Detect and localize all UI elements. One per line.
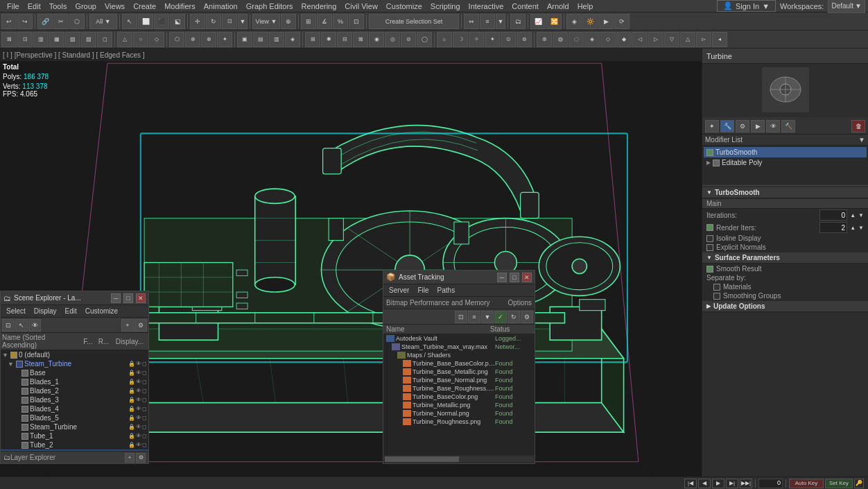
se-row-tube1[interactable]: Tube_1 🔒 👁 ◻ — [1, 431, 148, 440]
tb2-sel2[interactable]: ▤ — [253, 32, 268, 47]
layer-explorer-button[interactable]: 🗂 Layer Explorer + ⚙ — [1, 451, 148, 463]
menu-create[interactable]: Create — [129, 0, 160, 12]
region-mode-button[interactable]: ⬛ — [154, 14, 169, 29]
asset-tracking-titlebar[interactable]: 📦 Asset Tracking ─ □ ✕ — [383, 271, 535, 284]
render-iters-checkbox[interactable] — [706, 224, 713, 231]
tb2-sel1[interactable]: ▣ — [237, 32, 252, 47]
scene-explorer-content[interactable]: ▼ 0 (default) ▼ Steam_Turbine 🔒 👁 ◻ — [1, 350, 148, 463]
tb2-btn1[interactable]: ⊠ — [1, 32, 17, 47]
se-menu-customize[interactable]: Customize — [81, 307, 122, 315]
tb2-shape1[interactable]: △ — [117, 32, 132, 47]
sign-in-button[interactable]: 👤 Sign In ▼ — [717, 0, 776, 12]
render-setup[interactable]: 🔆 — [582, 14, 598, 29]
at-row-maps[interactable]: Maps / Shaders — [383, 351, 535, 359]
material-editor[interactable]: ◈ — [566, 14, 582, 29]
smoothing-groups-checkbox[interactable] — [713, 293, 720, 300]
isoline-checkbox[interactable] — [706, 235, 713, 242]
at-filter-btn[interactable]: ▼ — [481, 311, 494, 323]
window-crossing-button[interactable]: ⬕ — [170, 14, 185, 29]
scale-button[interactable]: ⊡ — [222, 14, 237, 29]
tb2-extra3[interactable]: ⊗ — [201, 32, 216, 47]
tb2-shape3[interactable]: ◇ — [149, 32, 164, 47]
modifier-editablepoly[interactable]: ▶ Editable Poly — [704, 157, 867, 168]
tb2-misc7[interactable]: ⊘ — [401, 32, 416, 47]
tb2-misc2[interactable]: ✱ — [321, 32, 336, 47]
tb2-misc9[interactable]: ⊛ — [537, 32, 552, 47]
schematic-view[interactable]: 🔀 — [546, 14, 562, 29]
at-minimize[interactable]: ─ — [497, 273, 507, 282]
hierarchy-panel-btn[interactable]: ⚙ — [736, 120, 749, 132]
snap-toggle[interactable]: ⊞ — [301, 14, 316, 29]
tb2-misc16[interactable]: ▷ — [648, 32, 663, 47]
tb2-misc5[interactable]: ◉ — [369, 32, 384, 47]
menu-tools[interactable]: Tools — [45, 0, 71, 12]
select-button[interactable]: ↖ — [122, 14, 137, 29]
materials-checkbox[interactable] — [713, 284, 720, 291]
tb2-lights4[interactable]: ✦ — [485, 32, 500, 47]
menu-content[interactable]: Content — [507, 0, 543, 12]
frame-input[interactable]: 0 — [758, 479, 783, 488]
tb2-btn7[interactable]: ◻ — [97, 32, 112, 47]
layout-dropdown[interactable]: Default ▼ — [828, 0, 865, 13]
at-row-tex4[interactable]: Turbine_Base_Roughness.png Found — [383, 384, 535, 393]
surface-params-header[interactable]: ▼ Surface Parameters — [702, 252, 868, 264]
tb2-shape2[interactable]: ○ — [133, 32, 148, 47]
selection-filter-dropdown[interactable]: All ▼ — [89, 14, 117, 29]
se-row-steam-turbine[interactable]: Steam_Turbine 🔒 👁 ◻ — [1, 422, 148, 431]
menu-interactive[interactable]: Interactive — [465, 0, 508, 12]
at-row-tex8[interactable]: Turbine_Roughness.png Found — [383, 418, 535, 426]
se-add-btn[interactable]: + — [121, 319, 134, 332]
tb2-sel3[interactable]: ▥ — [269, 32, 284, 47]
at-row-tex5[interactable]: Turbine_BaseColor.png Found — [383, 393, 535, 401]
at-menu-server[interactable]: Server — [385, 286, 413, 294]
at-active-btn[interactable]: ✓ — [494, 311, 507, 323]
auto-key-btn[interactable]: Auto Key — [789, 479, 824, 488]
render-frame[interactable]: ▶ — [598, 14, 614, 29]
last-frame-btn[interactable]: ▶▶| — [740, 479, 752, 488]
up-arrow[interactable]: ▲ — [850, 212, 856, 218]
tb2-btn5[interactable]: ▧ — [65, 32, 80, 47]
bind-button[interactable]: ⬡ — [69, 14, 85, 29]
se-row-blades5[interactable]: Blades_5 🔒 👁 ◻ — [1, 413, 148, 422]
layer-settings-btn[interactable]: ⚙ — [136, 453, 146, 463]
iterations-input[interactable] — [819, 209, 847, 221]
modifier-list-label[interactable]: Modifier List ▼ — [702, 135, 868, 146]
tb2-lights2[interactable]: ☽ — [453, 32, 468, 47]
play-btn[interactable]: ▶ — [712, 479, 724, 488]
se-row-steam-turbine-group[interactable]: ▼ Steam_Turbine 🔒 👁 ◻ — [1, 359, 148, 368]
scene-explorer-minimize[interactable]: ─ — [111, 293, 121, 303]
undo-button[interactable]: ↩ — [1, 14, 17, 29]
render-last[interactable]: ⟳ — [614, 14, 630, 29]
ri-up[interactable]: ▲ — [850, 225, 856, 231]
edit-named-sel[interactable]: Create Selection Set — [369, 14, 459, 29]
tb2-misc1[interactable]: ⊞ — [305, 32, 320, 47]
tb2-misc14[interactable]: ◆ — [616, 32, 632, 47]
modify-panel-btn[interactable]: 🔧 — [720, 120, 734, 132]
scene-explorer-titlebar[interactable]: 🗂 Scene Explorer - La... ─ □ ✕ — [1, 291, 148, 305]
at-row-tex6[interactable]: Turbine_Metallic.png Found — [383, 401, 535, 409]
prev-frame-btn[interactable]: ◀ — [698, 479, 711, 488]
key-mode-btn[interactable]: |◀ — [684, 479, 697, 488]
se-row-base[interactable]: Base 🔒 👁 ◻ — [1, 368, 148, 377]
menu-arnold[interactable]: Arnold — [543, 0, 573, 12]
tb2-lights6[interactable]: ⊚ — [517, 32, 532, 47]
tb2-misc20[interactable]: ◂ — [712, 32, 727, 47]
at-grid-btn[interactable]: ⊡ — [455, 311, 467, 323]
at-row-vault[interactable]: Autodesk Vault Logged... — [383, 334, 535, 343]
scale-dropdown[interactable]: ▼ — [238, 14, 248, 29]
spinner-snap[interactable]: ⊡ — [349, 14, 364, 29]
at-scrollbar[interactable] — [385, 456, 533, 462]
select-link-button[interactable]: 🔗 — [37, 14, 53, 29]
tb2-btn3[interactable]: ▥ — [33, 32, 49, 47]
ref-coord-dropdown[interactable]: View ▼ — [252, 14, 280, 29]
tb2-misc4[interactable]: ⊠ — [353, 32, 368, 47]
move-button[interactable]: ✛ — [190, 14, 205, 29]
at-maximize[interactable]: □ — [510, 273, 519, 282]
at-menu-paths[interactable]: Paths — [433, 286, 460, 294]
tb2-btn6[interactable]: ▨ — [81, 32, 96, 47]
key-filters-btn[interactable]: 🔑 — [854, 479, 864, 488]
se-row-blades4[interactable]: Blades_4 🔒 👁 ◻ — [1, 404, 148, 413]
menu-scripting[interactable]: Scripting — [426, 0, 465, 12]
delete-modifier-btn[interactable]: 🗑 — [851, 120, 865, 132]
align-button[interactable]: ≡ — [480, 14, 495, 29]
